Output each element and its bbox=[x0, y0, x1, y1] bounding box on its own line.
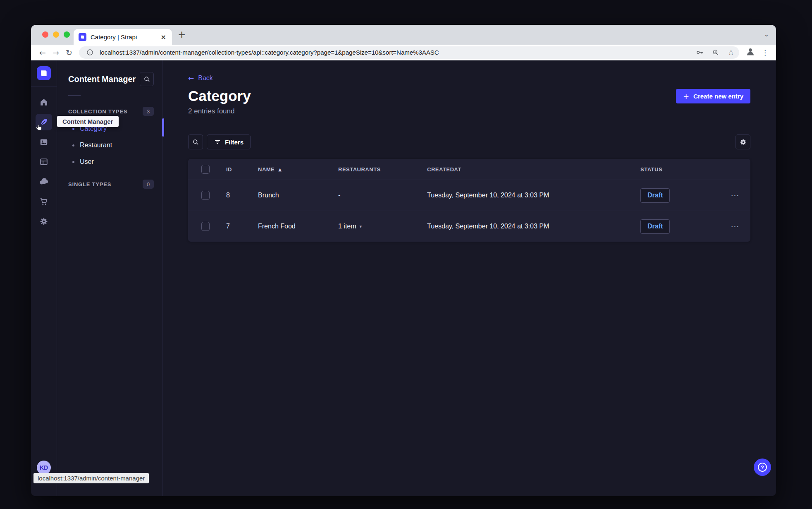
nav-content-manager-icon[interactable] bbox=[36, 114, 52, 130]
table-row-french-food[interactable]: 7 French Food 1 item ▾ Tuesday, Septembe… bbox=[188, 211, 750, 242]
new-tab-button[interactable]: + bbox=[178, 30, 186, 39]
subnav-item-label: User bbox=[80, 158, 94, 166]
entries-count: 2 entries found bbox=[188, 107, 750, 115]
subnav-item-user[interactable]: User bbox=[57, 154, 162, 170]
browser-back-button[interactable]: ← bbox=[36, 48, 49, 57]
bullet-icon bbox=[72, 128, 74, 130]
entries-table: ID NAME ▲ RESTAURANTS CREATEDAT STATUS 8 bbox=[188, 159, 750, 242]
browser-toolbar: ← → ↻ localhost:1337/admin/content-manag… bbox=[31, 45, 776, 60]
browser-tab[interactable]: Category | Strapi × bbox=[74, 29, 172, 45]
browser-menu-icon[interactable]: ⋮ bbox=[759, 48, 771, 57]
table-header-row: ID NAME ▲ RESTAURANTS CREATEDAT STATUS bbox=[188, 159, 750, 180]
create-new-entry-button[interactable]: + Create new entry bbox=[676, 89, 750, 103]
back-label: Back bbox=[198, 74, 213, 82]
tab-title: Category | Strapi bbox=[91, 34, 156, 41]
traffic-lights bbox=[42, 31, 70, 38]
browser-reload-button[interactable]: ↻ bbox=[62, 48, 76, 57]
nav-marketplace-icon[interactable] bbox=[36, 193, 52, 210]
chevron-down-icon: ▾ bbox=[360, 224, 362, 229]
filter-icon bbox=[214, 138, 221, 146]
profile-avatar-icon[interactable] bbox=[745, 46, 756, 59]
nav-settings-icon[interactable] bbox=[36, 213, 52, 230]
header-name-label: NAME bbox=[258, 166, 275, 173]
bullet-icon bbox=[72, 144, 74, 146]
help-button[interactable]: ? bbox=[754, 459, 771, 476]
cell-createdat: Tuesday, September 10, 2024 at 3:03 PM bbox=[424, 223, 637, 230]
url-text[interactable]: localhost:1337/admin/content-manager/col… bbox=[100, 49, 690, 56]
browser-forward-button[interactable]: → bbox=[49, 48, 62, 57]
bullet-icon bbox=[72, 161, 74, 163]
strapi-favicon bbox=[79, 33, 86, 41]
single-types-count-badge: 0 bbox=[143, 180, 154, 189]
nav-cloud-icon[interactable] bbox=[36, 173, 52, 190]
page-title: Category bbox=[188, 88, 251, 104]
single-types-label: SINGLE TYPES bbox=[68, 181, 111, 187]
question-mark-icon: ? bbox=[758, 463, 767, 472]
collection-types-count-badge: 3 bbox=[143, 107, 154, 116]
strapi-app: KD Content Manager COLLECTION TYPES 3 Ca… bbox=[31, 60, 776, 496]
main-nav-rail: KD bbox=[31, 60, 57, 496]
sort-asc-icon: ▲ bbox=[278, 167, 282, 172]
header-id: ID bbox=[223, 166, 255, 173]
zoom-page-icon[interactable] bbox=[709, 48, 721, 56]
row-actions-menu-icon[interactable]: ⋯ bbox=[731, 221, 740, 231]
site-info-icon[interactable] bbox=[84, 48, 96, 56]
status-badge: Draft bbox=[640, 219, 670, 234]
subnav-title: Content Manager bbox=[68, 72, 136, 86]
subnav-item-label: Restaurant bbox=[80, 142, 112, 149]
cell-createdat: Tuesday, September 10, 2024 at 3:03 PM bbox=[424, 192, 637, 199]
nav-content-type-builder-icon[interactable] bbox=[36, 154, 52, 170]
back-arrow-icon: ← bbox=[188, 74, 194, 82]
cell-id: 7 bbox=[223, 223, 255, 230]
status-badge: Draft bbox=[640, 188, 670, 203]
back-link[interactable]: ← Back bbox=[188, 74, 213, 82]
browser-window: Category | Strapi × + ⌄ ← → ↻ localhost:… bbox=[31, 25, 776, 496]
header-status: STATUS bbox=[637, 166, 720, 173]
cell-restaurants: - bbox=[335, 192, 424, 199]
header-restaurants: RESTAURANTS bbox=[335, 166, 424, 173]
plus-icon: + bbox=[683, 92, 689, 101]
bookmark-star-icon[interactable]: ☆ bbox=[725, 48, 737, 57]
row-actions-menu-icon[interactable]: ⋯ bbox=[731, 190, 740, 200]
strapi-logo[interactable] bbox=[37, 66, 51, 80]
active-item-indicator bbox=[162, 118, 164, 137]
mouse-cursor bbox=[36, 124, 43, 133]
filters-label: Filters bbox=[225, 139, 244, 146]
subnav-search-button[interactable] bbox=[140, 72, 154, 86]
password-manager-icon[interactable] bbox=[694, 48, 705, 57]
tab-search-chevron-icon[interactable]: ⌄ bbox=[764, 30, 769, 38]
link-preview-status-bar: localhost:1337/admin/content-manager bbox=[33, 473, 149, 483]
tab-close-icon[interactable]: × bbox=[160, 33, 167, 41]
address-bar[interactable]: localhost:1337/admin/content-manager/col… bbox=[79, 46, 739, 59]
subnav-item-restaurant[interactable]: Restaurant bbox=[57, 137, 162, 154]
table-row-brunch[interactable]: 8 Brunch - Tuesday, September 10, 2024 a… bbox=[188, 180, 750, 211]
rail-divider bbox=[31, 86, 57, 86]
row-checkbox[interactable] bbox=[201, 222, 210, 231]
toolbar-right: ⋮ bbox=[743, 46, 771, 59]
nav-media-library-icon[interactable] bbox=[36, 134, 52, 150]
tab-strip: Category | Strapi × + ⌄ bbox=[31, 25, 776, 45]
subnav-divider bbox=[68, 95, 81, 96]
main-content: ← Back Category + Create new entry 2 ent… bbox=[162, 60, 776, 496]
table-search-button[interactable] bbox=[188, 134, 203, 149]
restaurants-expand-button[interactable]: 1 item ▾ bbox=[338, 223, 362, 230]
zoom-window-button[interactable] bbox=[64, 31, 70, 38]
select-all-checkbox[interactable] bbox=[201, 165, 210, 174]
table-settings-button[interactable] bbox=[736, 134, 750, 149]
create-new-entry-label: Create new entry bbox=[693, 93, 743, 100]
cell-name: Brunch bbox=[255, 192, 335, 199]
cell-name: French Food bbox=[255, 223, 335, 230]
row-checkbox[interactable] bbox=[201, 191, 210, 200]
user-avatar[interactable]: KD bbox=[37, 461, 51, 475]
nav-home-icon[interactable] bbox=[36, 94, 52, 110]
header-createdat: CREATEDAT bbox=[424, 166, 637, 173]
content-manager-tooltip: Content Manager bbox=[57, 116, 119, 127]
filters-button[interactable]: Filters bbox=[207, 134, 251, 149]
minimize-window-button[interactable] bbox=[53, 31, 59, 38]
cell-restaurants: 1 item bbox=[338, 223, 356, 230]
close-window-button[interactable] bbox=[42, 31, 48, 38]
cell-id: 8 bbox=[223, 192, 255, 199]
header-name-sort-button[interactable]: NAME ▲ bbox=[258, 166, 282, 173]
collection-types-label: COLLECTION TYPES bbox=[68, 108, 128, 115]
